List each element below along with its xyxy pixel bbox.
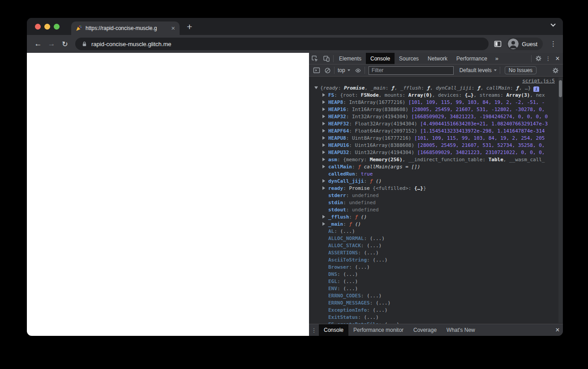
more-tabs-button[interactable]: » [492, 55, 502, 62]
back-button[interactable]: ← [31, 39, 45, 48]
console-property-row[interactable]: stdin: undefined [309, 199, 563, 206]
profile-chip[interactable]: Guest [507, 38, 543, 50]
console-property-row[interactable]: AL: (...) [309, 228, 563, 235]
drawer-close-button[interactable]: × [552, 326, 563, 334]
console-property-row[interactable]: HEAPF32: Float32Array(4194304) [4.490441… [309, 120, 563, 128]
tab-close-icon[interactable]: × [171, 25, 175, 31]
scrollbar-thumb[interactable] [559, 80, 562, 97]
browser-tab[interactable]: https://rapid-concise-muscle.g × [71, 21, 180, 35]
side-panel-icon[interactable] [494, 40, 502, 47]
devtools-settings-button[interactable] [532, 55, 544, 62]
inspect-element-button[interactable] [309, 55, 321, 62]
devtools-menu-button[interactable]: ⋮ [544, 56, 552, 62]
new-tab-button[interactable]: + [187, 22, 192, 31]
console-property-row[interactable]: ASSERTIONS: (...) [309, 249, 563, 257]
console-object-preview[interactable]: {ready: Promise, _main: ƒ, _fflush: ƒ, d… [309, 85, 563, 92]
console-property-row[interactable]: HEAP16: Int16Array(8388608) [28005, 2545… [309, 106, 563, 113]
console-property-row[interactable]: stderr: undefined [309, 192, 563, 199]
console-property-row[interactable]: FS: {root: FSNode, mounts: Array(0), dev… [309, 92, 563, 99]
expander-icon[interactable] [314, 85, 320, 92]
console-property-row[interactable]: HEAPU16: Uint16Array(8388608) [28005, 25… [309, 142, 563, 149]
console-property-row[interactable]: dynCall_jiji: ƒ () [309, 178, 563, 185]
expander-icon[interactable] [322, 156, 328, 163]
devtools-tab-network[interactable]: Network [423, 53, 452, 64]
expander-icon[interactable] [322, 214, 328, 221]
console-property-row[interactable]: asm: {memory: Memory(256), __indirect_fu… [309, 156, 563, 163]
console-property-row[interactable]: calledRun: true [309, 171, 563, 178]
devtools-close-button[interactable]: × [552, 55, 563, 63]
live-expression-button[interactable] [352, 67, 364, 74]
expander-icon[interactable] [322, 135, 328, 142]
filter-input[interactable] [369, 66, 454, 75]
console-property-row[interactable]: ERRNO_CODES: (...) [309, 292, 563, 300]
expander-icon[interactable] [322, 178, 328, 185]
devtools-tab-sources[interactable]: Sources [395, 53, 423, 64]
expander-icon[interactable] [322, 142, 328, 149]
console-scrollbar[interactable] [558, 77, 562, 323]
reload-button[interactable]: ↻ [58, 40, 72, 48]
console-property-row[interactable]: stdout: undefined [309, 206, 563, 214]
devtools-tab-performance[interactable]: Performance [452, 53, 492, 64]
console-property-row[interactable]: ALLOC_NORMAL: (...) [309, 235, 563, 242]
log-levels-label: Default levels [459, 67, 492, 73]
context-selector[interactable]: top [335, 67, 352, 73]
lock-icon[interactable] [82, 41, 87, 47]
window-minimize-button[interactable] [44, 24, 50, 30]
drawer-tab-performance-monitor[interactable]: Performance monitor [348, 324, 408, 336]
tab-search-button[interactable] [550, 21, 554, 29]
console-property-row[interactable]: ready: Promise {<fulfilled>: {…}} [309, 185, 563, 192]
console-text-segment: : [337, 157, 343, 163]
console-property-row[interactable]: _main: ƒ () [309, 221, 563, 228]
console-property-row[interactable]: FS_createDataFile: (...) [309, 321, 563, 324]
console-property-row[interactable]: EGL: (...) [309, 278, 563, 285]
console-property-row[interactable]: ExitStatus: (...) [309, 314, 563, 321]
expander-icon[interactable] [322, 92, 328, 99]
expander-icon[interactable] [322, 113, 328, 120]
page-viewport[interactable] [27, 53, 309, 336]
expander-icon[interactable] [322, 163, 328, 171]
console-source-link[interactable]: script.js:5 [522, 78, 555, 84]
expander-icon[interactable] [322, 99, 328, 106]
console-property-row[interactable]: callMain: ƒ callMain(args = []) [309, 163, 563, 171]
console-property-row[interactable]: HEAPU8: Uint8Array(16777216) [101, 109, … [309, 135, 563, 142]
console-property-row[interactable]: ALLOC_STACK: (...) [309, 242, 563, 249]
forward-button[interactable]: → [45, 39, 58, 48]
console-property-row[interactable]: AsciiToString: (...) [309, 257, 563, 264]
expander-icon[interactable] [322, 120, 328, 128]
browser-menu-button[interactable]: ⋮ [548, 40, 558, 48]
property-name: stderr [328, 193, 346, 198]
console-property-row[interactable]: Browser: (...) [309, 264, 563, 271]
console-text-segment: : [379, 322, 385, 324]
tab-strip: https://rapid-concise-muscle.g × + [27, 18, 563, 35]
console-property-row[interactable]: HEAPF64: Float64Array(2097152) [1.154541… [309, 128, 563, 135]
log-levels-selector[interactable]: Default levels [457, 67, 499, 73]
console-property-row[interactable]: HEAP8: Int8Array(16777216) [101, 109, 11… [309, 99, 563, 106]
drawer-tab-coverage[interactable]: Coverage [408, 324, 442, 336]
expander-icon[interactable] [322, 128, 328, 135]
console-sidebar-button[interactable] [311, 67, 322, 74]
console-property-row[interactable]: ENV: (...) [309, 285, 563, 292]
console-text-segment: ƒ [516, 85, 519, 91]
expander-icon[interactable] [322, 106, 328, 113]
devtools-tab-elements[interactable]: Elements [335, 53, 366, 64]
expander-icon[interactable] [322, 149, 328, 156]
console-property-row[interactable]: HEAP32: Int32Array(4194304) [1668509029,… [309, 113, 563, 120]
drawer-tab-console[interactable]: Console [319, 324, 348, 336]
device-toolbar-button[interactable] [321, 55, 332, 62]
expander-icon[interactable] [322, 221, 328, 228]
window-zoom-button[interactable] [54, 24, 60, 30]
clear-console-button[interactable] [322, 67, 333, 74]
console-property-row[interactable]: HEAPU32: Uint32Array(4194304) [166850902… [309, 149, 563, 156]
expander-icon[interactable] [322, 185, 328, 192]
devtools-tab-console[interactable]: Console [366, 53, 395, 64]
issues-button[interactable]: No Issues [505, 66, 536, 74]
console-property-row[interactable]: _fflush: ƒ () [309, 214, 563, 221]
console-settings-button[interactable] [550, 67, 561, 74]
console-property-row[interactable]: ExceptionInfo: (...) [309, 307, 563, 314]
drawer-menu-button[interactable]: ⋮ [309, 327, 319, 334]
window-close-button[interactable] [35, 24, 41, 30]
address-bar[interactable]: rapid-concise-muscle.glitch.me [75, 38, 489, 50]
console-property-row[interactable]: DNS: (...) [309, 271, 563, 278]
drawer-tab-what-s-new[interactable]: What's New [442, 324, 480, 336]
console-property-row[interactable]: ERRNO_MESSAGES: (...) [309, 300, 563, 307]
